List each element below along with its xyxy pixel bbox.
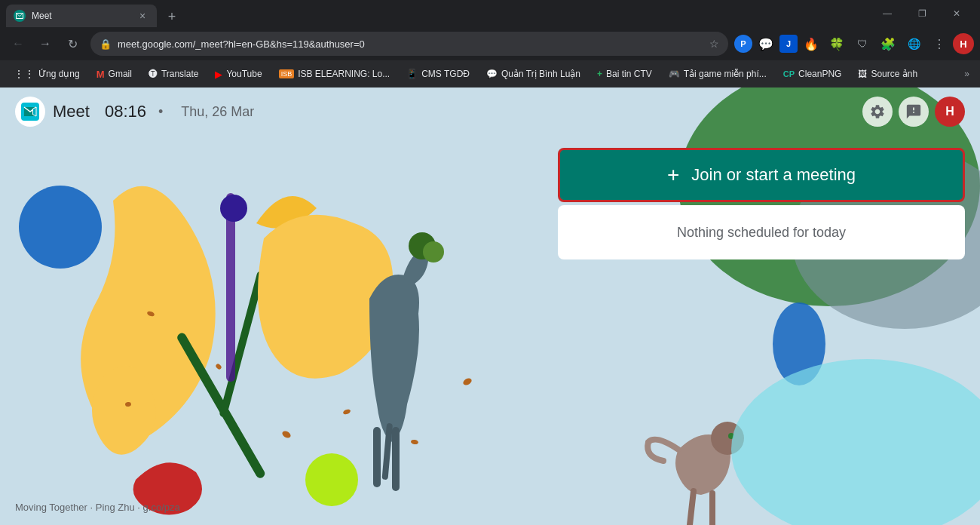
new-tab-button[interactable]: +: [161, 6, 182, 27]
source-favicon: 🖼: [858, 69, 867, 79]
bookmarks-more-button[interactable]: »: [960, 69, 974, 79]
bookmark-label: Bai tin CTV: [606, 69, 652, 79]
minimize-button[interactable]: —: [870, 0, 905, 27]
meet-date: Thu, 26 Mar: [181, 104, 254, 120]
bookmarks-bar: ⋮⋮ Ứng dụng M Gmail 🅣 Translate ▶ YouTub…: [0, 60, 980, 88]
meet-header-right: H: [862, 97, 965, 127]
bookmark-cleanpng[interactable]: CP CleanPNG: [776, 64, 850, 84]
ext-leaf-icon[interactable]: 🍀: [825, 32, 849, 56]
nothing-scheduled-text: Nothing scheduled for today: [677, 225, 846, 241]
translate-favicon: 🅣: [149, 69, 158, 79]
bookmark-label: Translate: [161, 69, 199, 79]
cleanpng-favicon: CP: [783, 69, 795, 78]
gmail-favicon: M: [96, 69, 105, 80]
bookmark-label: Tải game miễn phí...: [684, 69, 767, 79]
feedback-button[interactable]: [899, 97, 929, 127]
ext-profile-icon[interactable]: P: [734, 35, 752, 53]
back-button[interactable]: ←: [6, 32, 30, 56]
close-button[interactable]: ✕: [939, 0, 974, 27]
svg-rect-27: [543, 344, 965, 495]
bookmark-star-icon[interactable]: ☆: [709, 38, 719, 50]
lock-icon: 🔒: [100, 38, 112, 50]
meet-logo-svg: [21, 103, 39, 121]
bookmark-label: ISB ELEARNING: Lo...: [298, 69, 390, 79]
ext-shield-icon[interactable]: 🛡: [850, 32, 874, 56]
nothing-scheduled-panel: Nothing scheduled for today: [558, 205, 965, 259]
url-text: meet.google.com/_meet?hl=en-GB&hs=119&au…: [118, 38, 703, 50]
apps-icon: ⋮⋮: [14, 68, 35, 80]
bookmark-label: YouTube: [226, 69, 262, 79]
svg-point-13: [305, 453, 358, 506]
bookmark-baitinctv[interactable]: + Bai tin CTV: [590, 64, 660, 84]
title-bar: Meet × + — ❐ ✕: [0, 0, 980, 27]
svg-point-3: [19, 186, 102, 269]
bookmark-apps[interactable]: ⋮⋮ Ứng dụng: [6, 64, 87, 84]
bookmark-translate[interactable]: 🅣 Translate: [141, 64, 207, 84]
ext-jira-icon[interactable]: J: [779, 35, 798, 53]
svg-point-7: [220, 195, 247, 222]
bookmark-label: Quản Trị Bình Luận: [501, 69, 580, 79]
meet-logo: [15, 97, 45, 127]
nav-bar: ← → ↻ 🔒 meet.google.com/_meet?hl=en-GB&h…: [0, 27, 980, 60]
settings-button[interactable]: [862, 97, 893, 127]
bookmark-label: CleanPNG: [798, 69, 841, 79]
bookmark-cms[interactable]: 📱 CMS TGDĐ: [399, 64, 477, 84]
svg-point-12: [423, 241, 444, 262]
ext-menu-icon[interactable]: ⋮: [927, 32, 951, 56]
address-bar[interactable]: 🔒 meet.google.com/_meet?hl=en-GB&hs=119&…: [90, 32, 728, 56]
bookmark-gmail[interactable]: M Gmail: [89, 64, 139, 84]
bookmark-isb[interactable]: ISB ISB ELEARNING: Lo...: [271, 64, 398, 84]
profile-avatar[interactable]: H: [953, 33, 974, 54]
bookmark-source[interactable]: 🖼 Source ảnh: [850, 64, 925, 84]
bookmark-game[interactable]: 🎮 Tải game miễn phí...: [661, 64, 774, 84]
tab-area: Meet × +: [6, 0, 870, 27]
game-favicon: 🎮: [669, 69, 680, 79]
right-panel: + Join or start a meeting Nothing schedu…: [558, 148, 965, 259]
toolbar-icons: P 💬 J 🔥 🍀 🛡 🧩 🌐 ⋮ H: [734, 32, 974, 56]
youtube-favicon: ▶: [215, 69, 222, 80]
meet-header: Meet 08:16 • Thu, 26 Mar H: [0, 88, 980, 136]
meet-title: Meet: [53, 102, 90, 121]
bottom-caption: Moving Together · Ping Zhu · g.co/pza: [15, 502, 180, 513]
meet-logo-area: Meet 08:16 • Thu, 26 Mar: [15, 97, 254, 127]
tab-close-button[interactable]: ×: [136, 9, 149, 23]
time-separator: •: [158, 104, 163, 120]
baitinctv-favicon: +: [597, 69, 602, 79]
bookmark-label: Ứng dụng: [38, 69, 80, 79]
qtrbl-favicon: 💬: [486, 69, 498, 79]
browser-tab[interactable]: Meet ×: [6, 5, 157, 27]
ext-messages-icon[interactable]: 💬: [754, 32, 778, 56]
bookmark-label: CMS TGDĐ: [421, 69, 470, 79]
browser-chrome: Meet × + — ❐ ✕ ← → ↻ 🔒 meet.google.com/_…: [0, 0, 980, 88]
tab-title: Meet: [32, 11, 130, 21]
svg-rect-8: [373, 427, 381, 487]
meet-time: 08:16: [105, 102, 146, 121]
forward-button[interactable]: →: [33, 32, 57, 56]
window-controls: — ❐ ✕: [870, 0, 974, 27]
ext-fire-icon[interactable]: 🔥: [799, 32, 823, 56]
svg-rect-9: [392, 427, 400, 491]
svg-line-24: [690, 491, 694, 525]
join-meeting-button[interactable]: + Join or start a meeting: [558, 148, 965, 202]
main-content: Meet 08:16 • Thu, 26 Mar H + Join or sta…: [0, 88, 980, 525]
cms-favicon: 📱: [406, 69, 418, 79]
join-button-label: Join or start a meeting: [691, 165, 856, 185]
plus-icon: +: [667, 163, 679, 187]
bookmark-label: Source ảnh: [871, 69, 917, 79]
bookmark-youtube[interactable]: ▶ YouTube: [207, 64, 269, 84]
caption-text: Moving Together · Ping Zhu · g.co/pza: [15, 502, 180, 513]
user-avatar[interactable]: H: [935, 97, 965, 127]
ext-puzzle-icon[interactable]: 🧩: [876, 32, 900, 56]
reload-button[interactable]: ↻: [60, 32, 84, 56]
bookmark-qtrbl[interactable]: 💬 Quản Trị Bình Luận: [479, 64, 588, 84]
isb-favicon: ISB: [279, 69, 295, 78]
maximize-button[interactable]: ❐: [905, 0, 939, 27]
ext-translate-icon[interactable]: 🌐: [902, 32, 926, 56]
bookmark-label: Gmail: [109, 69, 132, 79]
tab-favicon: [14, 10, 26, 22]
